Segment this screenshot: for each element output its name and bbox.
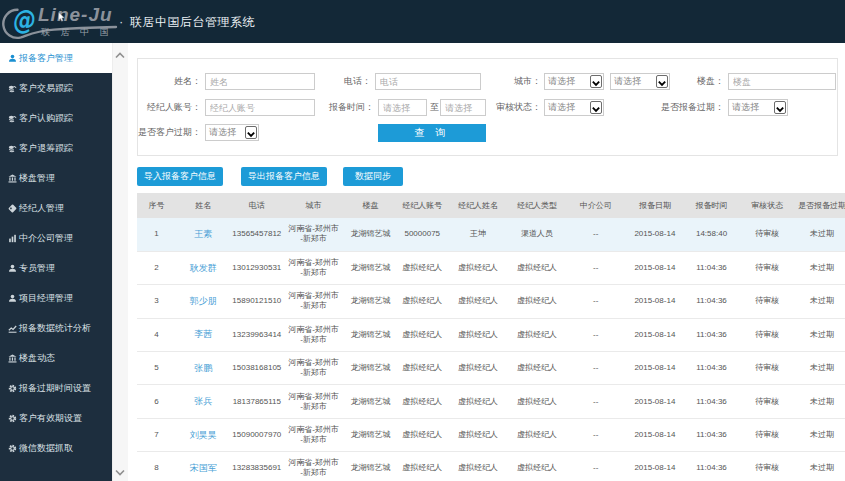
col-agent-name: 经纪人姓名 <box>447 193 509 218</box>
customer-name-link[interactable]: 张鹏 <box>194 363 212 373</box>
sidebar-item[interactable]: 报备客户管理 <box>0 43 112 73</box>
customer-expire-select[interactable]: 请选择 <box>205 124 259 141</box>
phone-label: 电话： <box>276 73 371 90</box>
top-header: @ Line-Ju 联 居 中 国 · 联居中国后台管理系统 <box>0 0 845 43</box>
table-row[interactable]: 2 耿发群 13012930531 河南省-郑州市 -新郑市 龙湖锦艺城 虚拟经… <box>137 251 845 284</box>
table-header-row: 序号 姓名 电话 城市 楼盘 经纪人账号 经纪人姓名 经纪人类型 中介公司 报备… <box>137 193 845 218</box>
table-row[interactable]: 8 宋国军 13283835691 河南省-郑州市 -新郑市 龙湖锦艺城 虚拟经… <box>137 452 845 481</box>
table-row[interactable]: 4 李茜 13239963414 河南省-郑州市 -新郑市 龙湖锦艺城 虚拟经纪… <box>137 318 845 351</box>
sidebar-item-label: 专员管理 <box>19 253 55 283</box>
audit-status-label: 审核状态： <box>446 99 541 116</box>
filter-panel: 姓名： 电话： 城市： 请选择 请选择 楼盘： 经纪人账号： 报备时间： 至 审… <box>137 58 838 156</box>
city-select-1[interactable]: 请选择 <box>544 73 604 90</box>
header-separator: · <box>119 14 123 29</box>
sidebar-item-label: 客户交易跟踪 <box>19 73 73 103</box>
chevron-down-icon <box>590 75 602 88</box>
sidebar-item[interactable]: 微信数据抓取 <box>0 433 112 463</box>
customer-name-link[interactable]: 耿发群 <box>190 263 217 273</box>
col-report-date: 报备日期 <box>626 193 683 218</box>
sidebar-item[interactable]: 报备过期时间设置 <box>0 373 112 403</box>
sidebar-item-label: 客户有效期设置 <box>19 403 82 433</box>
agent-label: 经纪人账号： <box>106 99 201 116</box>
customer-name-link[interactable]: 宋国军 <box>190 463 217 473</box>
col-agency: 中介公司 <box>565 193 626 218</box>
export-report-button[interactable]: 导出报备客户信息 <box>241 167 327 186</box>
table-row[interactable]: 3 郭少朋 15890121510 河南省-郑州市 -新郑市 龙湖锦艺城 虚拟经… <box>137 285 845 318</box>
sidebar-item-label: 客户退筹跟踪 <box>19 133 73 163</box>
user-icon <box>8 264 17 273</box>
col-name: 姓名 <box>176 193 230 218</box>
main-content: 姓名： 电话： 城市： 请选择 请选择 楼盘： 经纪人账号： 报备时间： 至 审… <box>128 43 845 481</box>
gear-icon <box>8 414 17 423</box>
data-sync-button[interactable]: 数据同步 <box>343 167 403 186</box>
sidebar-item[interactable]: 客户退筹跟踪 <box>0 133 112 163</box>
col-agent-type: 经纪人类型 <box>509 193 565 218</box>
coins-icon <box>8 84 17 93</box>
svg-text:@: @ <box>11 4 38 35</box>
sidebar-item-label: 报备数据统计分析 <box>19 313 91 343</box>
sidebar-item-label: 报备客户管理 <box>19 43 73 73</box>
gear-icon <box>8 384 17 393</box>
sidebar-item[interactable]: 中介公司管理 <box>0 223 112 253</box>
sidebar-item[interactable]: 楼盘管理 <box>0 163 112 193</box>
chevron-down-icon <box>774 101 786 114</box>
sidebar-item[interactable]: 楼盘动态 <box>0 343 112 373</box>
col-report-time: 报备时间 <box>683 193 739 218</box>
sidebar-item-label: 项目经理管理 <box>19 283 73 313</box>
scrollbar-up-icon[interactable] <box>112 48 128 64</box>
sidebar-item-label: 楼盘动态 <box>19 343 55 373</box>
report-time-label: 报备时间： <box>279 99 374 116</box>
sidebar-item-label: 微信数据抓取 <box>19 433 73 463</box>
sidebar-item[interactable]: 报备数据统计分析 <box>0 313 112 343</box>
to-label: 至 <box>430 99 439 116</box>
bank-icon <box>8 174 17 183</box>
sidebar-item[interactable]: 客户认购跟踪 <box>0 103 112 133</box>
sidebar-item[interactable]: 项目经理管理 <box>0 283 112 313</box>
scrollbar-down-icon[interactable] <box>112 464 128 480</box>
audit-status-select[interactable]: 请选择 <box>544 99 604 116</box>
brand-text: Line-Ju <box>38 4 113 26</box>
table-row[interactable]: 1 王素 13565457812 河南省-郑州市 -新郑市 龙湖锦艺城 5000… <box>137 218 845 251</box>
table-row[interactable]: 6 张兵 18137865115 河南省-郑州市 -新郑市 龙湖锦艺城 虚拟经纪… <box>137 385 845 418</box>
report-time-from-input[interactable] <box>378 99 427 116</box>
tag-icon <box>8 204 17 213</box>
sidebar-item[interactable]: 经纪人管理 <box>0 193 112 223</box>
table-row[interactable]: 7 刘昊昊 15090007970 河南省-郑州市 -新郑市 龙湖锦艺城 虚拟经… <box>137 418 845 451</box>
report-table: 序号 姓名 电话 城市 楼盘 经纪人账号 经纪人姓名 经纪人类型 中介公司 报备… <box>137 193 845 481</box>
customer-expire-label: 是否客户过期： <box>106 124 201 141</box>
coins-icon <box>8 144 17 153</box>
customer-name-link[interactable]: 李茜 <box>194 329 212 339</box>
brand-subtext: 联 居 中 国 <box>41 26 113 39</box>
chevron-down-icon <box>590 101 602 114</box>
query-button[interactable]: 查 询 <box>378 124 486 142</box>
col-city: 城市 <box>283 193 343 218</box>
col-index: 序号 <box>137 193 176 218</box>
customer-name-link[interactable]: 张兵 <box>194 396 212 406</box>
col-report-expired: 是否报备过期 <box>795 193 845 218</box>
import-report-button[interactable]: 导入报备客户信息 <box>137 167 223 186</box>
report-expire-select[interactable]: 请选择 <box>728 99 788 116</box>
mouse-cursor-icon <box>58 12 66 23</box>
building-input[interactable] <box>728 73 836 90</box>
chart-line-icon <box>8 324 17 333</box>
sidebar-item[interactable]: 专员管理 <box>0 253 112 283</box>
sidebar-item[interactable]: 客户有效期设置 <box>0 403 112 433</box>
sidebar-item-label: 经纪人管理 <box>19 193 64 223</box>
name-label: 姓名： <box>106 73 201 90</box>
customer-name-link[interactable]: 刘昊昊 <box>190 430 217 440</box>
customer-name-link[interactable]: 王素 <box>194 229 212 239</box>
city-label: 城市： <box>446 73 541 90</box>
col-audit-status: 审核状态 <box>740 193 795 218</box>
coins-icon <box>8 114 17 123</box>
sidebar-item-label: 中介公司管理 <box>19 223 73 253</box>
user-icon <box>8 54 17 63</box>
sidebar-item[interactable]: 客户交易跟踪 <box>0 73 112 103</box>
chevron-down-icon <box>245 126 257 139</box>
col-agent-account: 经纪人账号 <box>398 193 447 218</box>
report-expire-label: 是否报备过期： <box>629 99 724 116</box>
chart-bar-icon <box>8 234 17 243</box>
customer-name-link[interactable]: 郭少朋 <box>190 296 217 306</box>
sidebar-item-label: 楼盘管理 <box>19 163 55 193</box>
col-phone: 电话 <box>230 193 283 218</box>
table-row[interactable]: 5 张鹏 15038168105 河南省-郑州市 -新郑市 龙湖锦艺城 虚拟经纪… <box>137 352 845 385</box>
